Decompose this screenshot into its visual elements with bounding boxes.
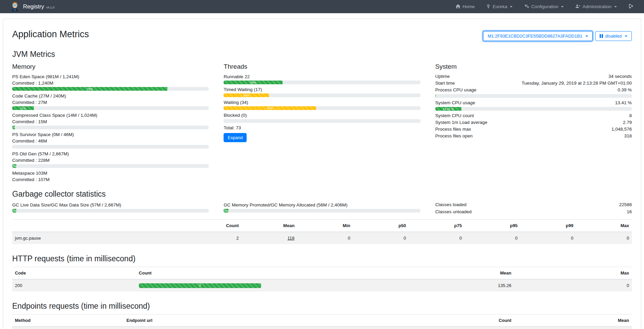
classes-unloaded-row: Classes unloaded16 xyxy=(435,209,632,215)
system-row: Process files max1,048,576 xyxy=(435,127,632,132)
classes-loaded-row: Classes loaded22588 xyxy=(435,202,632,208)
memory-item: Code Cache (27M / 240M) Committed : 27M … xyxy=(12,93,209,110)
top-navbar: Registry v4.1.0 Home Eureka Configuratio xyxy=(0,0,644,13)
memory-item-title: Compressed Class Space (14M / 1,024M) xyxy=(12,112,209,118)
endpoints-table-header-row: Method Endpoint url Count Mean xyxy=(12,314,632,327)
instance-select-dropdown[interactable]: M1:2F93E1CBD2C3FE55BDD8627A3FADD1B1 xyxy=(483,31,593,41)
memory-item: PS Survivor Space (0M / 46M) Committed :… xyxy=(12,132,209,149)
instance-select-label: M1:2F93E1CBD2C3FE55BDD8627A3FADD1B1 xyxy=(487,34,582,39)
thread-progressbar: 23% xyxy=(224,93,420,97)
gc-heading: Garbage collector statistics xyxy=(12,190,632,199)
http-requests-table: Code Count Mean Max 200 2 135.26 0 xyxy=(12,267,632,291)
main-content-card: Application Metrics M1:2F93E1CBD2C3FE55B… xyxy=(3,19,641,329)
refresh-rate-dropdown[interactable]: disabled xyxy=(595,31,632,41)
thread-item: Runnable 22 30% xyxy=(224,74,420,84)
gc-pause-table: Count Mean Min p50 p75 p95 p99 Max jvm.g… xyxy=(12,219,632,244)
memory-progressbar: 11% xyxy=(12,106,209,110)
thread-item: Blocked (0) 0% xyxy=(224,112,420,123)
page-title: Application Metrics xyxy=(12,25,89,40)
system-row: Start timeTuesday, January 29, 2019 at 2… xyxy=(435,81,632,86)
memory-heading: Memory xyxy=(12,63,209,70)
memory-progressbar: 1% xyxy=(12,126,209,129)
nav-eureka[interactable]: Eureka xyxy=(481,0,517,13)
chevron-down-icon xyxy=(614,6,617,7)
memory-item-title: PS Old Gen (57M / 2,667M) xyxy=(12,151,209,157)
memory-item-committed: Committed : 27M xyxy=(12,100,209,105)
nav-home-label: Home xyxy=(462,4,475,9)
system-heading: System xyxy=(435,63,632,70)
nav-administration-label: Administration xyxy=(582,4,611,9)
memory-column: Memory PS Eden Space (981M / 1,241M) Com… xyxy=(12,62,209,185)
refresh-rate-label: disabled xyxy=(605,34,622,39)
memory-item-committed: Committed : 15M xyxy=(12,119,209,125)
gc-bar-title: GC Live Data Size/GC Max Data Size (57M … xyxy=(12,202,209,208)
sign-out-icon xyxy=(628,4,633,9)
thread-item: Timed Waiting (17) 23% xyxy=(224,87,420,97)
memory-item: Metaspace 103M Committed : 107M xyxy=(12,170,209,182)
navbar-menu: Home Eureka Configuration Administrati xyxy=(451,0,638,13)
thread-progressbar: 30% xyxy=(224,81,420,84)
nav-administration[interactable]: Administration xyxy=(570,0,622,13)
chevron-down-icon xyxy=(561,6,564,7)
memory-item: PS Old Gen (57M / 2,667M) Committed : 22… xyxy=(12,151,209,168)
thread-item-title: Blocked (0) xyxy=(224,112,420,118)
system-row: Uptime34 seconds xyxy=(435,74,632,80)
memory-item-title: PS Survivor Space (0M / 46M) xyxy=(12,132,209,137)
threads-column: Threads Runnable 22 30% Timed Waiting (1… xyxy=(224,62,420,185)
sign-out-button[interactable] xyxy=(624,0,638,13)
gears-icon xyxy=(524,4,529,9)
memory-item-title: Metaspace 103M xyxy=(12,170,209,176)
process-cpu-progressbar: 0.39 % xyxy=(435,94,632,98)
brand-title: Registry xyxy=(23,3,44,10)
gc-progressbar: 2% xyxy=(12,209,209,213)
gc-live-data-column: GC Live Data Size/GC Max Data Size (57M … xyxy=(12,202,209,216)
thread-progressbar: 47% xyxy=(224,106,420,110)
system-row: System CPU usage13.41 % xyxy=(435,100,632,106)
expand-threads-button[interactable]: Expand xyxy=(224,133,247,142)
pause-icon xyxy=(600,34,603,38)
memory-item-committed: Committed : 46M xyxy=(12,138,209,144)
http-count-progressbar: 2 xyxy=(139,283,261,288)
nav-configuration[interactable]: Configuration xyxy=(519,0,568,13)
system-row: System CPU count8 xyxy=(435,113,632,119)
gc-table-header-row: Count Mean Min p50 p75 p95 p99 Max xyxy=(12,220,632,232)
broadcast-tower-icon xyxy=(486,4,491,9)
user-plus-icon xyxy=(575,4,580,9)
thread-item: Waiting (34) 47% xyxy=(224,100,420,110)
nav-configuration-label: Configuration xyxy=(531,4,558,9)
endpoints-table-row: GET /management/threaddump 1 173.142 xyxy=(12,327,632,329)
http-table-header-row: Code Count Mean Max xyxy=(12,267,632,280)
system-row: System 1m Load average2.79 xyxy=(435,120,632,126)
memory-progressbar: 79% xyxy=(12,87,209,91)
gc-table-row: jvm.gc.pause 2 118 0 0 0 0 0 0 xyxy=(12,232,632,244)
gc-progressbar: 2% xyxy=(224,209,420,213)
memory-progressbar: 0% xyxy=(12,145,209,149)
threads-total: Total: 73 xyxy=(224,125,420,130)
system-cpu-progressbar: 13.41 % xyxy=(435,107,632,111)
gc-bar-title: GC Memory Promoted/GC Memory Allocated (… xyxy=(224,202,420,208)
thread-item-title: Timed Waiting (17) xyxy=(224,87,420,92)
home-icon xyxy=(456,4,460,9)
threads-heading: Threads xyxy=(224,63,420,70)
thread-progressbar: 0% xyxy=(224,119,420,123)
memory-item-title: Code Cache (27M / 240M) xyxy=(12,93,209,99)
gc-classes-column: Classes loaded22588 Classes unloaded16 xyxy=(435,202,632,216)
endpoints-requests-heading: Endpoints requests (time in millisecond) xyxy=(12,302,632,311)
jvm-metrics-heading: JVM Metrics xyxy=(12,50,632,59)
system-row: Process CPU usage0.39 % xyxy=(435,87,632,93)
gc-memory-promoted-column: GC Memory Promoted/GC Memory Allocated (… xyxy=(224,202,420,216)
http-table-row: 200 2 135.26 0 xyxy=(12,279,632,291)
http-requests-heading: HTTP requests (time in millisecond) xyxy=(12,254,632,263)
memory-item-committed: Committed : 1,240M xyxy=(12,80,209,86)
brand[interactable]: Registry v4.1.0 xyxy=(10,1,55,13)
endpoints-requests-table: Method Endpoint url Count Mean GET /mana… xyxy=(12,314,632,329)
thread-item-title: Waiting (34) xyxy=(224,100,420,105)
memory-item-title: PS Eden Space (981M / 1,241M) xyxy=(12,74,209,80)
chevron-down-icon xyxy=(510,6,513,7)
brand-version: v4.1.0 xyxy=(46,4,55,9)
chevron-down-icon xyxy=(625,36,627,37)
chevron-down-icon xyxy=(585,36,588,37)
nav-home[interactable]: Home xyxy=(451,0,479,13)
thread-item-title: Runnable 22 xyxy=(224,74,420,80)
memory-item-committed: Committed : 107M xyxy=(12,177,209,182)
